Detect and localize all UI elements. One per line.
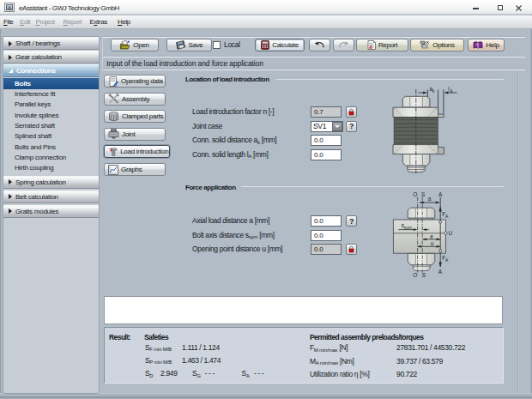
svg-text:O: O [413,272,417,278]
svg-text:A: A [445,257,449,263]
svg-text:a: a [428,196,432,202]
svg-text:O: O [413,191,417,197]
svg-text:k: k [432,88,435,94]
svg-text:S: S [421,191,426,197]
svg-text:A: A [438,191,443,197]
svg-text:u: u [431,240,434,246]
svg-text:S: S [422,272,426,278]
svg-text:e: e [430,233,433,239]
svg-text:A: A [438,269,443,275]
svg-text:A: A [445,214,449,219]
svg-text:U: U [449,230,453,236]
